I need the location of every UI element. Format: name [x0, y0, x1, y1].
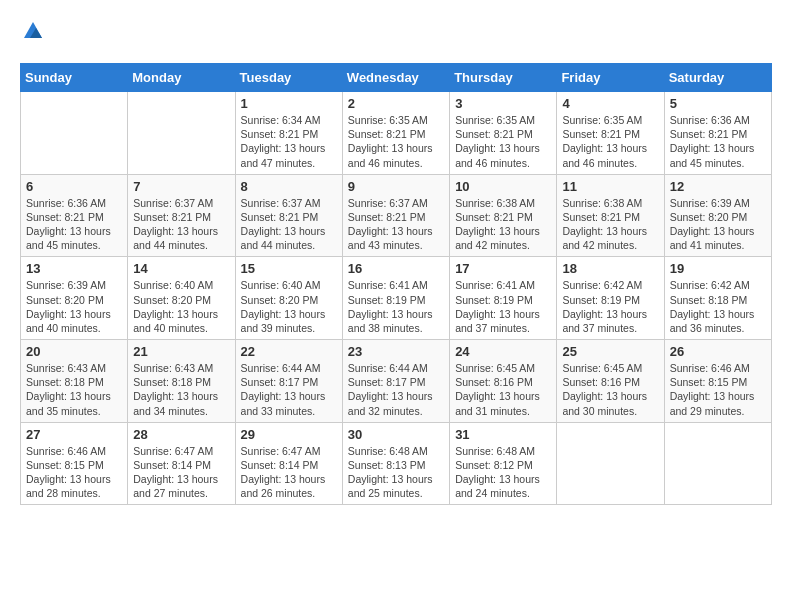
day-info: Sunrise: 6:36 AMSunset: 8:21 PMDaylight:…: [26, 196, 122, 253]
calendar-day-header: Saturday: [664, 64, 771, 92]
calendar-cell: 17Sunrise: 6:41 AMSunset: 8:19 PMDayligh…: [450, 257, 557, 340]
calendar-cell: 26Sunrise: 6:46 AMSunset: 8:15 PMDayligh…: [664, 340, 771, 423]
day-number: 8: [241, 179, 337, 194]
calendar-day-header: Friday: [557, 64, 664, 92]
calendar-cell: 19Sunrise: 6:42 AMSunset: 8:18 PMDayligh…: [664, 257, 771, 340]
calendar-cell: 22Sunrise: 6:44 AMSunset: 8:17 PMDayligh…: [235, 340, 342, 423]
day-number: 10: [455, 179, 551, 194]
calendar-day-header: Thursday: [450, 64, 557, 92]
day-number: 23: [348, 344, 444, 359]
calendar-cell: 29Sunrise: 6:47 AMSunset: 8:14 PMDayligh…: [235, 422, 342, 505]
day-number: 31: [455, 427, 551, 442]
calendar-cell: [557, 422, 664, 505]
day-number: 2: [348, 96, 444, 111]
calendar-day-header: Monday: [128, 64, 235, 92]
day-info: Sunrise: 6:38 AMSunset: 8:21 PMDaylight:…: [455, 196, 551, 253]
day-info: Sunrise: 6:39 AMSunset: 8:20 PMDaylight:…: [26, 278, 122, 335]
calendar-cell: 27Sunrise: 6:46 AMSunset: 8:15 PMDayligh…: [21, 422, 128, 505]
day-number: 1: [241, 96, 337, 111]
calendar-cell: [128, 92, 235, 175]
day-number: 5: [670, 96, 766, 111]
day-info: Sunrise: 6:42 AMSunset: 8:19 PMDaylight:…: [562, 278, 658, 335]
calendar-cell: 30Sunrise: 6:48 AMSunset: 8:13 PMDayligh…: [342, 422, 449, 505]
day-info: Sunrise: 6:37 AMSunset: 8:21 PMDaylight:…: [241, 196, 337, 253]
day-number: 6: [26, 179, 122, 194]
calendar-cell: 8Sunrise: 6:37 AMSunset: 8:21 PMDaylight…: [235, 174, 342, 257]
day-number: 13: [26, 261, 122, 276]
day-info: Sunrise: 6:46 AMSunset: 8:15 PMDaylight:…: [670, 361, 766, 418]
calendar-cell: 15Sunrise: 6:40 AMSunset: 8:20 PMDayligh…: [235, 257, 342, 340]
day-info: Sunrise: 6:37 AMSunset: 8:21 PMDaylight:…: [133, 196, 229, 253]
logo: [20, 20, 44, 47]
day-info: Sunrise: 6:44 AMSunset: 8:17 PMDaylight:…: [241, 361, 337, 418]
day-number: 20: [26, 344, 122, 359]
day-info: Sunrise: 6:48 AMSunset: 8:13 PMDaylight:…: [348, 444, 444, 501]
day-info: Sunrise: 6:43 AMSunset: 8:18 PMDaylight:…: [26, 361, 122, 418]
day-info: Sunrise: 6:45 AMSunset: 8:16 PMDaylight:…: [562, 361, 658, 418]
calendar-cell: 10Sunrise: 6:38 AMSunset: 8:21 PMDayligh…: [450, 174, 557, 257]
day-number: 17: [455, 261, 551, 276]
day-number: 7: [133, 179, 229, 194]
page-header: [20, 20, 772, 47]
day-number: 15: [241, 261, 337, 276]
day-info: Sunrise: 6:40 AMSunset: 8:20 PMDaylight:…: [241, 278, 337, 335]
calendar-week-row: 27Sunrise: 6:46 AMSunset: 8:15 PMDayligh…: [21, 422, 772, 505]
day-info: Sunrise: 6:35 AMSunset: 8:21 PMDaylight:…: [348, 113, 444, 170]
calendar-cell: 5Sunrise: 6:36 AMSunset: 8:21 PMDaylight…: [664, 92, 771, 175]
calendar-cell: 14Sunrise: 6:40 AMSunset: 8:20 PMDayligh…: [128, 257, 235, 340]
day-info: Sunrise: 6:41 AMSunset: 8:19 PMDaylight:…: [455, 278, 551, 335]
calendar-cell: 6Sunrise: 6:36 AMSunset: 8:21 PMDaylight…: [21, 174, 128, 257]
day-number: 14: [133, 261, 229, 276]
calendar-cell: 7Sunrise: 6:37 AMSunset: 8:21 PMDaylight…: [128, 174, 235, 257]
calendar-cell: 16Sunrise: 6:41 AMSunset: 8:19 PMDayligh…: [342, 257, 449, 340]
day-number: 3: [455, 96, 551, 111]
calendar-week-row: 1Sunrise: 6:34 AMSunset: 8:21 PMDaylight…: [21, 92, 772, 175]
calendar-cell: 4Sunrise: 6:35 AMSunset: 8:21 PMDaylight…: [557, 92, 664, 175]
day-number: 21: [133, 344, 229, 359]
day-number: 9: [348, 179, 444, 194]
day-number: 25: [562, 344, 658, 359]
day-number: 27: [26, 427, 122, 442]
calendar-cell: 12Sunrise: 6:39 AMSunset: 8:20 PMDayligh…: [664, 174, 771, 257]
calendar-cell: [664, 422, 771, 505]
calendar-cell: [21, 92, 128, 175]
day-number: 30: [348, 427, 444, 442]
calendar-cell: 28Sunrise: 6:47 AMSunset: 8:14 PMDayligh…: [128, 422, 235, 505]
day-info: Sunrise: 6:41 AMSunset: 8:19 PMDaylight:…: [348, 278, 444, 335]
calendar-cell: 25Sunrise: 6:45 AMSunset: 8:16 PMDayligh…: [557, 340, 664, 423]
calendar-cell: 18Sunrise: 6:42 AMSunset: 8:19 PMDayligh…: [557, 257, 664, 340]
calendar-cell: 24Sunrise: 6:45 AMSunset: 8:16 PMDayligh…: [450, 340, 557, 423]
day-info: Sunrise: 6:44 AMSunset: 8:17 PMDaylight:…: [348, 361, 444, 418]
calendar-cell: 1Sunrise: 6:34 AMSunset: 8:21 PMDaylight…: [235, 92, 342, 175]
day-info: Sunrise: 6:37 AMSunset: 8:21 PMDaylight:…: [348, 196, 444, 253]
day-number: 19: [670, 261, 766, 276]
day-info: Sunrise: 6:36 AMSunset: 8:21 PMDaylight:…: [670, 113, 766, 170]
day-info: Sunrise: 6:35 AMSunset: 8:21 PMDaylight:…: [455, 113, 551, 170]
day-info: Sunrise: 6:34 AMSunset: 8:21 PMDaylight:…: [241, 113, 337, 170]
day-info: Sunrise: 6:47 AMSunset: 8:14 PMDaylight:…: [133, 444, 229, 501]
day-number: 12: [670, 179, 766, 194]
day-info: Sunrise: 6:35 AMSunset: 8:21 PMDaylight:…: [562, 113, 658, 170]
day-number: 11: [562, 179, 658, 194]
day-info: Sunrise: 6:45 AMSunset: 8:16 PMDaylight:…: [455, 361, 551, 418]
day-number: 29: [241, 427, 337, 442]
calendar-cell: 9Sunrise: 6:37 AMSunset: 8:21 PMDaylight…: [342, 174, 449, 257]
day-info: Sunrise: 6:38 AMSunset: 8:21 PMDaylight:…: [562, 196, 658, 253]
calendar-header-row: SundayMondayTuesdayWednesdayThursdayFrid…: [21, 64, 772, 92]
calendar-week-row: 6Sunrise: 6:36 AMSunset: 8:21 PMDaylight…: [21, 174, 772, 257]
day-number: 16: [348, 261, 444, 276]
calendar-table: SundayMondayTuesdayWednesdayThursdayFrid…: [20, 63, 772, 505]
day-number: 28: [133, 427, 229, 442]
calendar-day-header: Sunday: [21, 64, 128, 92]
calendar-cell: 31Sunrise: 6:48 AMSunset: 8:12 PMDayligh…: [450, 422, 557, 505]
calendar-day-header: Tuesday: [235, 64, 342, 92]
calendar-cell: 11Sunrise: 6:38 AMSunset: 8:21 PMDayligh…: [557, 174, 664, 257]
day-number: 18: [562, 261, 658, 276]
calendar-cell: 23Sunrise: 6:44 AMSunset: 8:17 PMDayligh…: [342, 340, 449, 423]
day-number: 22: [241, 344, 337, 359]
calendar-cell: 3Sunrise: 6:35 AMSunset: 8:21 PMDaylight…: [450, 92, 557, 175]
day-info: Sunrise: 6:43 AMSunset: 8:18 PMDaylight:…: [133, 361, 229, 418]
day-info: Sunrise: 6:46 AMSunset: 8:15 PMDaylight:…: [26, 444, 122, 501]
calendar-cell: 21Sunrise: 6:43 AMSunset: 8:18 PMDayligh…: [128, 340, 235, 423]
day-info: Sunrise: 6:42 AMSunset: 8:18 PMDaylight:…: [670, 278, 766, 335]
